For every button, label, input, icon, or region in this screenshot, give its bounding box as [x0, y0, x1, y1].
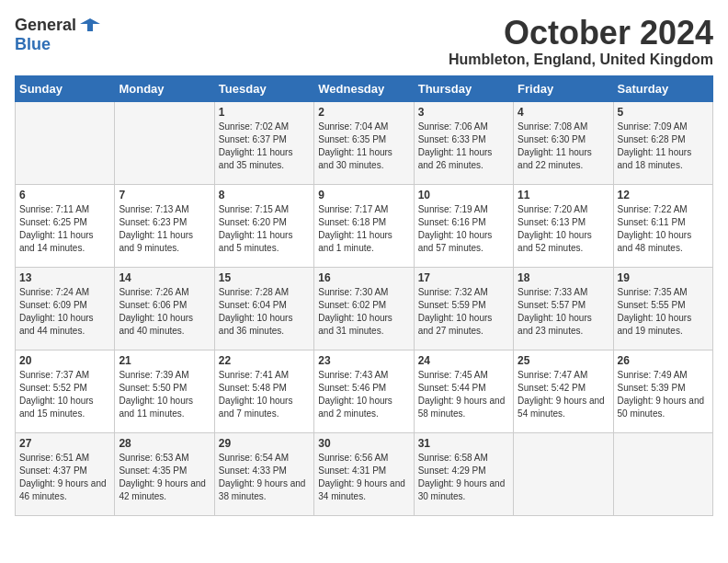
day-info: Sunrise: 7:45 AMSunset: 5:44 PMDaylight:… [418, 370, 506, 419]
day-cell: 5Sunrise: 7:09 AMSunset: 6:28 PMDaylight… [613, 101, 712, 184]
day-number: 12 [618, 189, 709, 201]
day-cell: 17Sunrise: 7:32 AMSunset: 5:59 PMDayligh… [414, 267, 513, 350]
day-cell: 1Sunrise: 7:02 AMSunset: 6:37 PMDaylight… [214, 101, 313, 184]
day-number: 6 [19, 189, 110, 201]
day-number: 21 [119, 354, 210, 367]
day-number: 29 [219, 437, 310, 450]
day-number: 27 [19, 437, 110, 450]
header-tuesday: Tuesday [214, 75, 313, 101]
day-number: 15 [219, 271, 310, 284]
header-saturday: Saturday [613, 75, 712, 101]
day-number: 26 [618, 354, 709, 367]
day-info: Sunrise: 7:20 AMSunset: 6:13 PMDaylight:… [518, 204, 592, 253]
day-cell: 24Sunrise: 7:45 AMSunset: 5:44 PMDayligh… [414, 350, 513, 432]
day-cell: 8Sunrise: 7:15 AMSunset: 6:20 PMDaylight… [214, 184, 313, 267]
day-info: Sunrise: 7:04 AMSunset: 6:35 PMDaylight:… [318, 121, 392, 170]
day-info: Sunrise: 7:13 AMSunset: 6:23 PMDaylight:… [119, 204, 193, 253]
day-number: 13 [19, 271, 110, 284]
day-cell: 2Sunrise: 7:04 AMSunset: 6:35 PMDaylight… [314, 101, 414, 184]
header-sunday: Sunday [16, 75, 115, 101]
day-number: 18 [518, 271, 609, 284]
day-cell: 12Sunrise: 7:22 AMSunset: 6:11 PMDayligh… [613, 184, 712, 267]
week-row-5: 27Sunrise: 6:51 AMSunset: 4:37 PMDayligh… [16, 432, 713, 515]
day-number: 24 [418, 354, 509, 367]
day-info: Sunrise: 7:02 AMSunset: 6:37 PMDaylight:… [219, 121, 293, 170]
day-cell: 21Sunrise: 7:39 AMSunset: 5:50 PMDayligh… [115, 350, 214, 432]
day-info: Sunrise: 7:22 AMSunset: 6:11 PMDaylight:… [618, 204, 692, 253]
day-number: 28 [119, 437, 210, 450]
day-number: 1 [219, 106, 310, 119]
header-row: Sunday Monday Tuesday Wednesday Thursday… [16, 75, 713, 101]
day-info: Sunrise: 7:30 AMSunset: 6:02 PMDaylight:… [318, 287, 392, 336]
day-info: Sunrise: 6:53 AMSunset: 4:35 PMDaylight:… [119, 453, 206, 501]
logo-bird-icon [80, 15, 100, 35]
month-title: October 2024 [449, 15, 713, 52]
header-friday: Friday [514, 75, 613, 101]
header-thursday: Thursday [414, 75, 513, 101]
day-number: 9 [318, 189, 409, 201]
week-row-3: 13Sunrise: 7:24 AMSunset: 6:09 PMDayligh… [16, 267, 713, 350]
day-cell: 9Sunrise: 7:17 AMSunset: 6:18 PMDaylight… [314, 184, 414, 267]
day-cell: 18Sunrise: 7:33 AMSunset: 5:57 PMDayligh… [514, 267, 613, 350]
day-number: 25 [518, 354, 609, 367]
day-info: Sunrise: 7:08 AMSunset: 6:30 PMDaylight:… [518, 121, 592, 170]
day-cell: 7Sunrise: 7:13 AMSunset: 6:23 PMDaylight… [115, 184, 214, 267]
day-cell: 19Sunrise: 7:35 AMSunset: 5:55 PMDayligh… [613, 267, 712, 350]
calendar-table: Sunday Monday Tuesday Wednesday Thursday… [15, 75, 713, 516]
day-number: 14 [119, 271, 210, 284]
logo-general-text: General [15, 16, 76, 35]
logo: General Blue [15, 15, 100, 54]
day-cell: 25Sunrise: 7:47 AMSunset: 5:42 PMDayligh… [514, 350, 613, 432]
day-info: Sunrise: 7:41 AMSunset: 5:48 PMDaylight:… [219, 370, 293, 419]
day-cell: 30Sunrise: 6:56 AMSunset: 4:31 PMDayligh… [314, 432, 414, 515]
day-number: 8 [219, 189, 310, 201]
day-cell [613, 432, 712, 515]
day-info: Sunrise: 7:24 AMSunset: 6:09 PMDaylight:… [19, 287, 94, 336]
day-info: Sunrise: 6:51 AMSunset: 4:37 PMDaylight:… [19, 453, 107, 501]
title-block: October 2024 Humbleton, England, United … [449, 15, 713, 68]
day-number: 23 [318, 354, 409, 367]
day-info: Sunrise: 7:17 AMSunset: 6:18 PMDaylight:… [318, 204, 392, 253]
day-info: Sunrise: 7:19 AMSunset: 6:16 PMDaylight:… [418, 204, 493, 253]
day-info: Sunrise: 7:32 AMSunset: 5:59 PMDaylight:… [418, 287, 493, 336]
day-cell: 23Sunrise: 7:43 AMSunset: 5:46 PMDayligh… [314, 350, 414, 432]
day-cell: 10Sunrise: 7:19 AMSunset: 6:16 PMDayligh… [414, 184, 513, 267]
day-cell: 3Sunrise: 7:06 AMSunset: 6:33 PMDaylight… [414, 101, 513, 184]
day-cell: 13Sunrise: 7:24 AMSunset: 6:09 PMDayligh… [16, 267, 115, 350]
day-number: 11 [518, 189, 609, 201]
day-info: Sunrise: 6:54 AMSunset: 4:33 PMDaylight:… [219, 453, 306, 501]
day-info: Sunrise: 7:35 AMSunset: 5:55 PMDaylight:… [618, 287, 692, 336]
day-cell: 26Sunrise: 7:49 AMSunset: 5:39 PMDayligh… [613, 350, 712, 432]
day-info: Sunrise: 7:15 AMSunset: 6:20 PMDaylight:… [219, 204, 293, 253]
location-text: Humbleton, England, United Kingdom [449, 52, 713, 68]
day-info: Sunrise: 7:33 AMSunset: 5:57 PMDaylight:… [518, 287, 592, 336]
calendar-body: 1Sunrise: 7:02 AMSunset: 6:37 PMDaylight… [16, 101, 713, 515]
day-info: Sunrise: 7:28 AMSunset: 6:04 PMDaylight:… [219, 287, 293, 336]
day-cell: 16Sunrise: 7:30 AMSunset: 6:02 PMDayligh… [314, 267, 414, 350]
day-cell: 29Sunrise: 6:54 AMSunset: 4:33 PMDayligh… [214, 432, 313, 515]
day-info: Sunrise: 7:39 AMSunset: 5:50 PMDaylight:… [119, 370, 193, 419]
day-number: 22 [219, 354, 310, 367]
day-number: 3 [418, 106, 509, 119]
day-info: Sunrise: 6:56 AMSunset: 4:31 PMDaylight:… [318, 453, 405, 501]
svg-marker-0 [80, 18, 100, 31]
day-cell [115, 101, 214, 184]
logo-blue-text: Blue [15, 35, 51, 54]
day-info: Sunrise: 7:47 AMSunset: 5:42 PMDaylight:… [518, 370, 605, 419]
day-cell: 14Sunrise: 7:26 AMSunset: 6:06 PMDayligh… [115, 267, 214, 350]
day-cell: 4Sunrise: 7:08 AMSunset: 6:30 PMDaylight… [514, 101, 613, 184]
day-cell: 15Sunrise: 7:28 AMSunset: 6:04 PMDayligh… [214, 267, 313, 350]
day-cell: 11Sunrise: 7:20 AMSunset: 6:13 PMDayligh… [514, 184, 613, 267]
day-info: Sunrise: 7:06 AMSunset: 6:33 PMDaylight:… [418, 121, 493, 170]
day-number: 10 [418, 189, 509, 201]
day-cell: 20Sunrise: 7:37 AMSunset: 5:52 PMDayligh… [16, 350, 115, 432]
day-number: 19 [618, 271, 709, 284]
day-cell: 27Sunrise: 6:51 AMSunset: 4:37 PMDayligh… [16, 432, 115, 515]
header-wednesday: Wednesday [314, 75, 414, 101]
week-row-1: 1Sunrise: 7:02 AMSunset: 6:37 PMDaylight… [16, 101, 713, 184]
calendar-header: Sunday Monday Tuesday Wednesday Thursday… [16, 75, 713, 101]
day-number: 16 [318, 271, 409, 284]
day-number: 31 [418, 437, 509, 450]
day-number: 20 [19, 354, 110, 367]
day-number: 5 [618, 106, 709, 119]
